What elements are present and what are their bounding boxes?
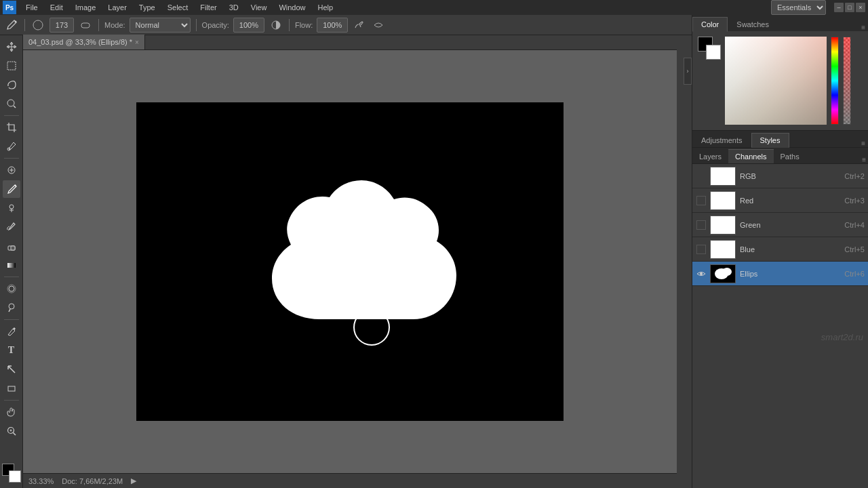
menu-view[interactable]: View: [245, 2, 273, 13]
healing-tool[interactable]: [3, 161, 20, 179]
svg-rect-3: [7, 62, 16, 70]
canvas-container: [136, 102, 564, 421]
essentials-dropdown[interactable]: Essentials: [771, 0, 826, 15]
channel-name-red: Red: [740, 197, 840, 205]
maximize-button[interactable]: □: [845, 3, 854, 12]
tool-sep-4: [4, 319, 19, 320]
channel-thumb-green: [710, 216, 736, 235]
bg-color-swatch[interactable]: [706, 45, 721, 60]
channel-name-rgb: RGB: [740, 172, 840, 180]
channel-row-green[interactable]: Green Ctrl+4: [692, 213, 868, 237]
close-button[interactable]: ×: [856, 3, 865, 12]
marquee-tool[interactable]: [3, 57, 20, 75]
flow-label: Flow:: [295, 21, 313, 29]
channel-name-green: Green: [740, 221, 840, 229]
channel-row-ellips[interactable]: Ellips Ctrl+6: [692, 262, 868, 286]
menu-select[interactable]: Select: [162, 2, 194, 13]
menubar: Ps File Edit Image Layer Type Select Fil…: [0, 0, 868, 15]
color-panel-menu[interactable]: ≡: [859, 21, 868, 31]
path-selection-tool[interactable]: [3, 361, 20, 378]
menu-type[interactable]: Type: [134, 2, 161, 13]
document-tab[interactable]: 04_03.psd @ 33,3% (Ellips/8) * ×: [23, 35, 145, 49]
clone-tool[interactable]: [3, 199, 20, 217]
svg-point-19: [722, 268, 732, 276]
zoom-tool[interactable]: [3, 422, 20, 440]
menu-edit[interactable]: Edit: [45, 2, 68, 13]
tool-sep-2: [4, 158, 19, 159]
menu-filter[interactable]: Filter: [195, 2, 222, 13]
channel-visibility-blue[interactable]: [696, 245, 706, 254]
channel-thumb-red: [710, 191, 736, 210]
color-gradient-area[interactable]: [725, 37, 827, 125]
channels-tab[interactable]: Channels: [728, 149, 773, 163]
blur-tool[interactable]: [3, 280, 20, 298]
doc-info: Doc: 7,66M/2,23M: [62, 477, 123, 485]
tool-sep-1: [4, 115, 19, 116]
channel-visibility-red[interactable]: [696, 196, 706, 205]
brush-size-icon: [31, 18, 45, 33]
airbrush-icon[interactable]: [352, 18, 367, 33]
background-swatch[interactable]: [9, 470, 21, 483]
mode-label: Mode:: [104, 21, 125, 29]
hand-tool[interactable]: [3, 403, 20, 421]
channel-visibility-ellips[interactable]: [696, 269, 706, 279]
dodge-tool[interactable]: [3, 299, 20, 317]
channel-row-rgb[interactable]: RGB Ctrl+2: [692, 164, 868, 188]
layers-tab[interactable]: Layers: [692, 150, 728, 163]
type-tool[interactable]: T: [3, 342, 20, 359]
flow-input[interactable]: [317, 18, 348, 33]
eyedropper-tool[interactable]: [3, 138, 20, 155]
swatches-tab[interactable]: Swatches: [728, 17, 778, 31]
menu-help[interactable]: Help: [313, 2, 339, 13]
styles-tab[interactable]: Styles: [751, 133, 789, 148]
history-brush-tool[interactable]: [3, 218, 20, 236]
minimize-button[interactable]: –: [834, 3, 844, 12]
quick-select-tool[interactable]: [3, 95, 20, 113]
right-panel: Color Swatches ≡: [692, 15, 868, 488]
menu-3d[interactable]: 3D: [224, 2, 244, 13]
opacity-input[interactable]: [233, 18, 264, 33]
color-content: [692, 31, 868, 130]
hue-bar[interactable]: [831, 37, 839, 125]
menu-file[interactable]: File: [20, 2, 43, 13]
channel-shortcut-rgb: Ctrl+2: [844, 172, 865, 180]
color-tab[interactable]: Color: [692, 17, 728, 32]
smoothing-icon[interactable]: [371, 18, 386, 33]
opacity-label: Opacity:: [202, 21, 229, 29]
color-panel-tabs: Color Swatches ≡: [692, 15, 868, 31]
channel-thumb-blue: [710, 240, 736, 259]
gradient-tool[interactable]: [3, 256, 20, 274]
mode-dropdown[interactable]: Normal: [130, 18, 191, 33]
layers-panel-menu[interactable]: ≡: [859, 153, 868, 163]
pen-tool[interactable]: [3, 323, 20, 340]
brush-tool[interactable]: [3, 180, 20, 198]
adjustments-tab[interactable]: Adjustments: [692, 133, 751, 147]
canvas-area[interactable]: [23, 50, 677, 473]
alpha-bar[interactable]: [843, 37, 851, 125]
adjustments-panel-menu[interactable]: ≡: [859, 137, 868, 147]
eraser-tool[interactable]: [3, 237, 20, 255]
panel-collapse-btn[interactable]: ›: [684, 58, 692, 85]
move-tool[interactable]: [3, 38, 20, 56]
channel-shortcut-green: Ctrl+4: [844, 221, 865, 229]
channel-name-blue: Blue: [740, 245, 840, 253]
tab-close-button[interactable]: ×: [135, 39, 139, 46]
channel-visibility-green[interactable]: [696, 220, 706, 230]
brush-tool-icon[interactable]: [4, 18, 19, 33]
navigate-arrow[interactable]: ▶: [131, 476, 136, 485]
channel-visibility-rgb: [696, 171, 706, 181]
lasso-tool[interactable]: [3, 76, 20, 94]
separator-2: [98, 19, 99, 31]
paths-tab[interactable]: Paths: [774, 150, 806, 163]
shape-tool[interactable]: [3, 380, 20, 397]
svg-point-7: [14, 185, 16, 186]
menu-image[interactable]: Image: [70, 2, 102, 13]
brush-size-input[interactable]: [50, 18, 74, 33]
menu-layer[interactable]: Layer: [102, 2, 132, 13]
channel-row-blue[interactable]: Blue Ctrl+5: [692, 237, 868, 262]
opacity-icon[interactable]: [269, 18, 283, 33]
crop-tool[interactable]: [3, 119, 20, 136]
tab-bar: 04_03.psd @ 33,3% (Ellips/8) * ×: [23, 35, 677, 50]
channel-row-red[interactable]: Red Ctrl+3: [692, 188, 868, 213]
menu-window[interactable]: Window: [273, 2, 311, 13]
